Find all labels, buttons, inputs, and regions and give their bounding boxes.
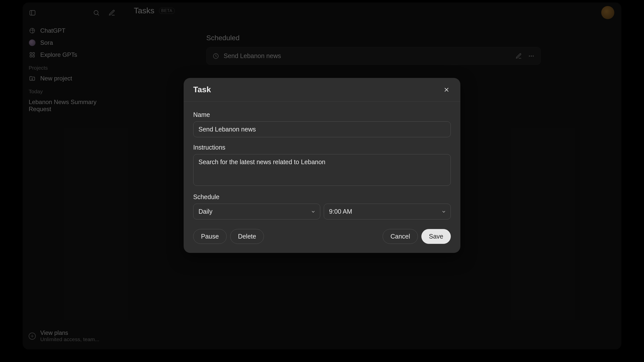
name-label: Name [193,111,451,118]
modal-overlay: Task Name Instructions Schedule [23,3,621,349]
frequency-select[interactable] [193,204,320,219]
schedule-label: Schedule [193,193,451,201]
instructions-textarea[interactable] [193,154,451,186]
task-modal: Task Name Instructions Schedule [184,78,460,253]
instructions-label: Instructions [193,144,451,151]
delete-button[interactable]: Delete [230,229,264,244]
close-button[interactable] [442,85,451,94]
save-button[interactable]: Save [421,229,451,244]
name-input[interactable] [193,121,451,137]
cancel-button[interactable]: Cancel [383,229,418,244]
modal-title: Task [193,85,211,94]
time-select[interactable] [324,204,451,219]
pause-button[interactable]: Pause [193,229,227,244]
